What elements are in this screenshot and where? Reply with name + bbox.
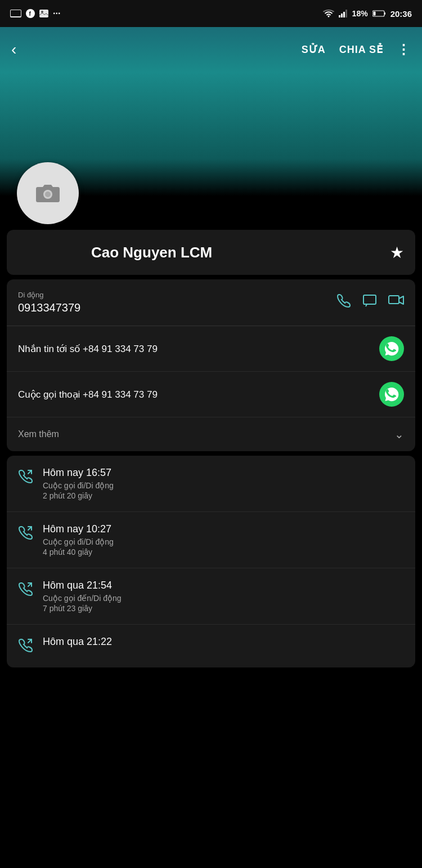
video-call-button[interactable] [388, 295, 404, 310]
svg-rect-15 [363, 295, 376, 304]
call-time: Hôm nay 16:57 [43, 467, 114, 479]
facebook-icon: f [26, 9, 35, 18]
phone-label: Di động [18, 291, 80, 299]
screen-icon [10, 10, 21, 17]
whatsapp-call-label: Cuộc gọi thoại +84 91 334 73 79 [18, 389, 158, 400]
call-button[interactable] [336, 293, 351, 311]
whatsapp-message-button[interactable] [379, 336, 404, 361]
avatar[interactable] [17, 162, 79, 224]
favorite-star-button[interactable]: ★ [390, 243, 404, 262]
share-button[interactable]: CHIA SẺ [339, 43, 383, 56]
toolbar: ‹ SỬA CHIA SẺ ⋮ [0, 27, 422, 72]
time-display: 20:36 [390, 9, 412, 19]
phone-info: Di động 0913347379 [18, 291, 80, 314]
chevron-down-icon: ⌄ [394, 428, 404, 441]
svg-rect-16 [389, 296, 399, 304]
image-icon [39, 10, 48, 17]
svg-rect-1 [11, 10, 21, 16]
toolbar-actions: SỬA CHIA SẺ ⋮ [302, 42, 411, 57]
svg-rect-9 [345, 10, 347, 17]
svg-rect-4 [39, 10, 48, 17]
whatsapp-call-row[interactable]: Cuộc gọi thoại +84 91 334 73 79 [7, 372, 415, 417]
camera-icon [35, 182, 60, 204]
contact-info-card: Di động 0913347379 [7, 279, 415, 451]
see-more-label: Xem thêm [18, 429, 59, 439]
svg-point-14 [45, 192, 51, 197]
outgoing-call-icon [18, 524, 34, 544]
see-more-row[interactable]: Xem thêm ⌄ [7, 417, 415, 451]
svg-rect-7 [341, 14, 343, 17]
battery-icon [372, 10, 386, 17]
more-menu-button[interactable]: ⋮ [397, 42, 411, 57]
outgoing-call-icon [18, 637, 34, 656]
wifi-icon [323, 10, 334, 17]
status-left-icons: f ··· [10, 8, 60, 19]
svg-rect-6 [339, 15, 340, 17]
call-time: Hôm qua 21:54 [43, 580, 122, 591]
call-history-item[interactable]: Hôm qua 21:54 Cuộc gọi đến/Di động 7 phú… [7, 568, 415, 625]
edit-button[interactable]: SỬA [302, 43, 326, 56]
hero-section [0, 72, 422, 196]
call-time: Hôm nay 10:27 [43, 523, 114, 535]
call-duration: 2 phút 20 giây [43, 491, 114, 500]
status-bar: f ··· 18% 20:36 [0, 0, 422, 27]
call-duration: 4 phút 40 giây [43, 547, 114, 557]
signal-icon [339, 10, 348, 17]
call-history-card: Hôm nay 16:57 Cuộc gọi đi/Di động 2 phút… [7, 456, 415, 667]
call-details: Hôm nay 10:27 Cuộc gọi đi/Di động 4 phút… [43, 523, 114, 557]
whatsapp-message-row[interactable]: Nhắn tin tới số +84 91 334 73 79 [7, 326, 415, 372]
phone-actions [336, 293, 404, 311]
call-type: Cuộc gọi đi/Di động [43, 537, 114, 546]
outgoing-call-icon [18, 468, 34, 487]
call-history-item[interactable]: Hôm qua 21:22 [7, 625, 415, 667]
svg-rect-8 [343, 12, 345, 17]
more-dots-icon: ··· [53, 8, 60, 19]
call-type: Cuộc gọi đến/Di động [43, 594, 122, 603]
incoming-call-icon [18, 581, 34, 600]
whatsapp-call-button[interactable] [379, 382, 404, 407]
phone-number: 0913347379 [18, 301, 80, 314]
svg-rect-11 [384, 12, 385, 15]
call-details: Hôm nay 16:57 Cuộc gọi đi/Di động 2 phút… [43, 467, 114, 500]
back-button[interactable]: ‹ [11, 41, 16, 59]
call-history-item[interactable]: Hôm nay 16:57 Cuộc gọi đi/Di động 2 phút… [7, 456, 415, 512]
call-duration: 7 phút 23 giây [43, 604, 122, 613]
contact-name: Cao Nguyen LCM [91, 244, 212, 261]
battery-percent: 18% [352, 9, 368, 18]
call-type: Cuộc gọi đi/Di động [43, 481, 114, 490]
status-right-info: 18% 20:36 [323, 9, 412, 19]
avatar-container [17, 162, 79, 224]
phone-row: Di động 0913347379 [7, 279, 415, 326]
name-card: Cao Nguyen LCM ★ [7, 230, 415, 275]
call-time: Hôm qua 21:22 [43, 636, 112, 648]
call-details: Hôm qua 21:54 Cuộc gọi đến/Di động 7 phú… [43, 580, 122, 613]
message-button[interactable] [362, 293, 377, 311]
svg-rect-12 [373, 12, 375, 16]
call-details: Hôm qua 21:22 [43, 636, 112, 650]
whatsapp-message-label: Nhắn tin tới số +84 91 334 73 79 [18, 343, 158, 355]
call-history-item[interactable]: Hôm nay 10:27 Cuộc gọi đi/Di động 4 phút… [7, 512, 415, 568]
